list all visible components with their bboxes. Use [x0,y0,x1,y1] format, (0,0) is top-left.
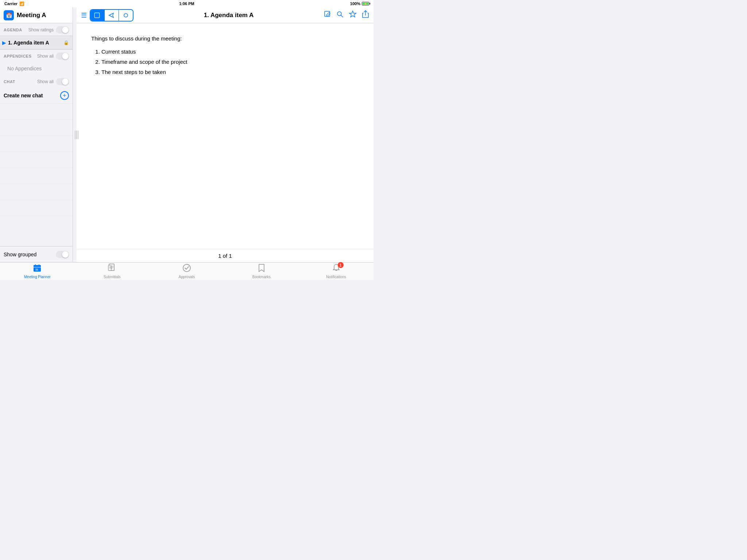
appendices-section-header: APPENDICES Show all [0,50,73,62]
svg-text:31: 31 [35,268,38,271]
empty-row-6 [0,184,73,200]
carrier-label: Carrier [4,1,18,6]
share-icon[interactable] [362,10,369,20]
view-btn-circle[interactable] [119,10,133,21]
agenda-item-row[interactable]: ▶ 1. Agenda item A 🔒 [0,36,73,50]
doc-list: Current status Timeframe and scope of th… [91,47,359,77]
share-svg [362,10,369,18]
app-icon: 📅 [4,10,14,20]
agenda-show-ratings: Show ratings [28,27,54,32]
svg-rect-9 [35,264,36,266]
app-container: 📅 Meeting A AGENDA Show ratings ▶ 1. Age… [0,7,374,280]
hamburger-icon[interactable]: ☰ [81,11,87,19]
tab-notifications-label: Notifications [326,275,346,279]
edit-svg [324,11,331,18]
resize-bar-3 [78,131,78,139]
status-right: 100% ⚡ [350,1,369,6]
doc-body: Things to discuss during the meeting: Cu… [77,23,374,249]
lock-icon: 🔒 [63,40,69,45]
svg-rect-10 [39,264,39,266]
tab-submittals-label: Submittals [104,275,121,279]
agenda-ratings-toggle[interactable] [56,26,69,34]
chat-toggle-thumb [62,78,69,85]
resize-handle-bars [75,131,78,139]
battery-percent: 100% [350,1,360,6]
search-icon[interactable] [336,11,344,20]
chat-show-all: Show all [37,79,54,84]
resize-bar-2 [76,131,77,139]
empty-row-1 [0,104,73,120]
show-grouped-text: Show grouped [4,252,36,257]
agenda-label: AGENDA [4,28,22,32]
tab-bookmarks-label: Bookmarks [252,275,271,279]
main-toolbar: ☰ [77,7,374,23]
view-btn-arrow[interactable] [105,10,119,21]
edit-icon[interactable] [324,11,331,20]
page-counter: 1 of 1 [77,249,374,262]
doc-list-item-2: Timeframe and scope of the project [101,58,359,66]
chat-section-header: CHAT Show all [0,75,73,88]
bookmark-icon[interactable] [349,10,357,20]
empty-rows [0,104,73,216]
svg-rect-4 [325,11,330,16]
circle-view-icon [123,12,129,18]
doc-list-item-3: The next steps to be taken [101,68,359,77]
toolbar-icons [324,10,369,20]
create-chat-row[interactable]: Create new chat + [0,88,73,104]
search-svg [336,11,344,18]
empty-row-4 [0,152,73,168]
svg-rect-7 [34,265,41,267]
approvals-svg [182,264,191,272]
chat-toggle[interactable] [56,78,69,85]
tab-notifications-icon: 1 [332,264,341,274]
status-bar: Carrier 📶 1:06 PM 100% ⚡ [0,0,374,7]
tab-submittals[interactable]: Submittals [75,262,150,280]
status-time: 1:06 PM [179,1,194,6]
doc-intro: Things to discuss during the meeting: [91,34,359,43]
chat-label: CHAT [4,79,15,84]
status-left: Carrier 📶 [4,1,24,6]
doc-content: Things to discuss during the meeting: Cu… [91,34,359,77]
chat-header-right: Show all [37,78,69,85]
page-counter-text: 1 of 1 [218,253,232,259]
empty-row-7 [0,200,73,216]
battery-icon: ⚡ [362,2,369,5]
star-svg [349,10,357,18]
calendar-svg: 31 [33,264,42,272]
svg-rect-1 [95,13,99,18]
empty-row-5 [0,168,73,184]
agenda-ratings-toggle-thumb [62,27,69,33]
show-grouped-toggle[interactable] [56,251,69,258]
sidebar-header: 📅 Meeting A [0,7,73,23]
appendices-toggle-thumb [62,53,69,59]
no-appendices-text: No Appendices [0,62,73,75]
appendices-label: APPENDICES [4,54,32,58]
wifi-icon: 📶 [19,1,24,6]
tab-meeting-planner[interactable]: 31 Meeting Planner [0,262,75,280]
agenda-item-text: 1. Agenda item A [8,40,62,46]
tab-meeting-planner-icon: 31 [33,264,42,274]
resize-bar-1 [75,131,76,139]
tab-bookmarks-icon [258,264,266,274]
empty-row-3 [0,136,73,152]
resize-handle[interactable] [73,7,80,262]
agenda-section-header: AGENDA Show ratings [0,23,73,36]
tab-notifications[interactable]: 1 Notifications [299,262,374,280]
submittals-svg [108,264,116,272]
appendices-header-right: Show all [37,52,69,60]
svg-point-14 [183,264,190,272]
bookmarks-svg [258,264,266,272]
doc-title: 1. Agenda item A [136,12,321,19]
appendices-toggle[interactable] [56,52,69,60]
app-icon-glyph: 📅 [6,12,12,18]
tab-bookmarks[interactable]: Bookmarks [224,262,299,280]
create-chat-plus-icon[interactable]: + [60,91,69,100]
agenda-item-arrow: ▶ [2,40,7,46]
notifications-badge: 1 [338,262,344,268]
tab-approvals-label: Approvals [179,275,195,279]
tab-bar: 31 Meeting Planner Submittals [0,262,374,280]
view-btn-document[interactable] [90,10,104,21]
tab-approvals[interactable]: Approvals [150,262,224,280]
document-view-icon [94,12,101,18]
svg-marker-2 [109,13,113,18]
